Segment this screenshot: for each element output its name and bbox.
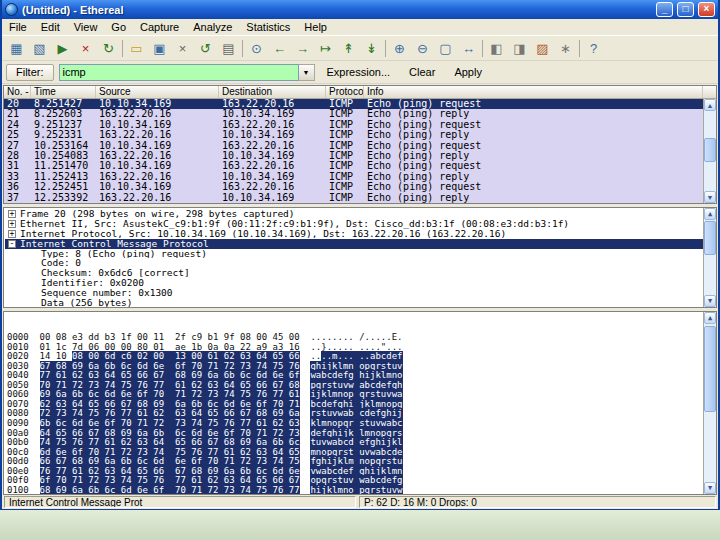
save-file-icon[interactable]: ▣: [148, 38, 171, 59]
reload-icon[interactable]: ↺: [194, 38, 217, 59]
menu-item[interactable]: Capture: [133, 20, 186, 35]
clear-button[interactable]: Clear: [402, 64, 442, 80]
detail-line[interactable]: Identifier: 0x0200: [5, 278, 703, 288]
go-to-packet-icon[interactable]: ↦: [314, 38, 337, 59]
scroll-down-icon[interactable]: ▼: [704, 295, 716, 307]
apply-button[interactable]: Apply: [447, 64, 489, 80]
capture-filter-icon[interactable]: ◧: [485, 38, 508, 59]
go-to-top-icon[interactable]: ↟: [337, 38, 360, 59]
menu-item[interactable]: View: [67, 20, 105, 35]
go-back-icon[interactable]: ←: [268, 38, 291, 59]
scroll-up-icon[interactable]: ▲: [704, 312, 716, 324]
hex-offset: 0020: [7, 351, 29, 361]
scroll-track[interactable]: [704, 111, 716, 191]
packet-row[interactable]: 37 12.253392 163.22.20.16 10.10.34.169 I…: [4, 193, 703, 203]
detail-line[interactable]: Code: 0: [5, 258, 703, 268]
close-button[interactable]: ×: [698, 2, 715, 17]
column-header[interactable]: Destination: [219, 86, 326, 98]
print-icon[interactable]: ▤: [217, 38, 240, 59]
close-file-icon[interactable]: ×: [171, 38, 194, 59]
capture-start-icon[interactable]: ▶: [51, 38, 74, 59]
detail-line[interactable]: Type: 8 (Echo (ping) request): [5, 249, 703, 259]
expander-icon[interactable]: +: [8, 220, 16, 228]
list-interfaces-icon[interactable]: ▦: [5, 38, 28, 59]
detail-line[interactable]: Sequence number: 0x1300: [5, 288, 703, 298]
detail-line[interactable]: - Internet Control Message Protocol: [5, 239, 703, 249]
menu-item[interactable]: Help: [297, 20, 334, 35]
capture-options-icon[interactable]: ▧: [28, 38, 51, 59]
column-header[interactable]: Time: [31, 86, 96, 98]
detail-line[interactable]: + Ethernet II, Src: AsustekC_c9:b1:9f (0…: [5, 219, 703, 229]
expander-icon[interactable]: +: [8, 210, 16, 218]
menu-item[interactable]: Analyze: [186, 20, 239, 35]
scroll-up-icon[interactable]: ▲: [704, 99, 716, 111]
scroll-track[interactable]: [704, 220, 716, 295]
hex-scrollbar[interactable]: ▲ ▼: [703, 312, 716, 494]
go-forward-icon[interactable]: →: [291, 38, 314, 59]
zoom-out-icon[interactable]: ⊖: [411, 38, 434, 59]
minimize-button[interactable]: _: [656, 2, 673, 17]
scroll-track[interactable]: [704, 324, 716, 482]
packet-row[interactable]: 28 10.254083 163.22.20.16 10.10.34.169 I…: [4, 151, 703, 161]
expression-button[interactable]: Expression...: [320, 64, 398, 80]
hex-offset: 00e0: [7, 466, 29, 476]
packet-row[interactable]: 25 9.252331 163.22.20.16 10.10.34.169 IC…: [4, 130, 703, 140]
menu-item[interactable]: Edit: [34, 20, 67, 35]
packet-row[interactable]: 31 11.251470 10.10.34.169 163.22.20.16 I…: [4, 161, 703, 171]
packet-no: 31: [4, 161, 31, 171]
filter-dropdown-icon[interactable]: ▼: [299, 64, 315, 81]
title-bar[interactable]: (Untitled) - Ethereal _□×: [2, 0, 718, 19]
resize-columns-icon[interactable]: ↔: [457, 38, 480, 59]
coloring-rules-icon[interactable]: ▨: [531, 38, 554, 59]
capture-stop-icon[interactable]: ×: [74, 38, 97, 59]
packet-destination: 10.10.34.169: [219, 193, 326, 203]
detail-line[interactable]: + Internet Protocol, Src: 10.10.34.169 (…: [5, 229, 703, 239]
packet-source: 10.10.34.169: [96, 99, 219, 109]
open-file-icon[interactable]: ▭: [125, 38, 148, 59]
detail-line[interactable]: + Frame 20 (298 bytes on wire, 298 bytes…: [5, 209, 703, 219]
filter-button[interactable]: Filter:: [6, 64, 54, 81]
help-icon[interactable]: ?: [582, 38, 605, 59]
menu-bar: FileEditViewGoCaptureAnalyzeStatisticsHe…: [2, 19, 718, 36]
packet-info: Echo (ping) request: [364, 182, 703, 192]
packet-source: 163.22.20.16: [96, 109, 219, 119]
go-to-bottom-icon[interactable]: ↡: [360, 38, 383, 59]
menu-item[interactable]: Statistics: [239, 20, 297, 35]
packet-row[interactable]: 27 10.253164 10.10.34.169 163.22.20.16 I…: [4, 141, 703, 151]
find-packet-icon[interactable]: ⊙: [245, 38, 268, 59]
display-filter-icon[interactable]: ◨: [508, 38, 531, 59]
capture-restart-icon[interactable]: ↻: [97, 38, 120, 59]
scroll-down-icon[interactable]: ▼: [704, 191, 716, 203]
packet-row[interactable]: 20 8.251427 10.10.34.169 163.22.20.16 IC…: [4, 99, 703, 109]
expander-icon[interactable]: +: [8, 230, 16, 238]
scroll-thumb[interactable]: [704, 221, 716, 255]
hex-ascii: klmnopqr stuvwabc: [310, 418, 402, 428]
packet-row[interactable]: 24 9.251237 10.10.34.169 163.22.20.16 IC…: [4, 120, 703, 130]
maximize-button[interactable]: □: [677, 2, 694, 17]
menu-item[interactable]: File: [2, 20, 34, 35]
scroll-down-icon[interactable]: ▼: [704, 482, 716, 494]
column-header[interactable]: Info: [364, 86, 703, 98]
status-packet-counts: P: 62 D: 16 M: 0 Drops: 0: [359, 496, 716, 508]
hex-ascii: fghijklm nopqrstu: [310, 456, 402, 466]
zoom-100-icon[interactable]: ▢: [434, 38, 457, 59]
column-header[interactable]: Protocol: [326, 86, 364, 98]
details-scrollbar[interactable]: ▲ ▼: [703, 208, 716, 307]
preferences-icon[interactable]: ∗: [554, 38, 577, 59]
packet-list-scrollbar[interactable]: ▲ ▼: [703, 99, 716, 203]
packet-row[interactable]: 33 11.252413 163.22.20.16 10.10.34.169 I…: [4, 172, 703, 182]
column-header[interactable]: No. -: [4, 86, 31, 98]
scroll-up-icon[interactable]: ▲: [704, 208, 716, 220]
scroll-thumb[interactable]: [704, 138, 716, 162]
zoom-in-icon[interactable]: ⊕: [388, 38, 411, 59]
packet-row[interactable]: 36 12.252451 10.10.34.169 163.22.20.16 I…: [4, 182, 703, 192]
packet-row[interactable]: 21 8.252603 163.22.20.16 10.10.34.169 IC…: [4, 109, 703, 119]
scroll-thumb[interactable]: [704, 326, 716, 413]
detail-line[interactable]: Checksum: 0x6dc6 [correct]: [5, 268, 703, 278]
filter-input[interactable]: icmp: [59, 64, 299, 81]
column-header[interactable]: Source: [96, 86, 219, 98]
expander-icon[interactable]: -: [8, 240, 16, 248]
menu-item[interactable]: Go: [104, 20, 133, 35]
packet-destination: 10.10.34.169: [219, 130, 326, 140]
detail-line[interactable]: Data (256 bytes): [5, 298, 703, 308]
